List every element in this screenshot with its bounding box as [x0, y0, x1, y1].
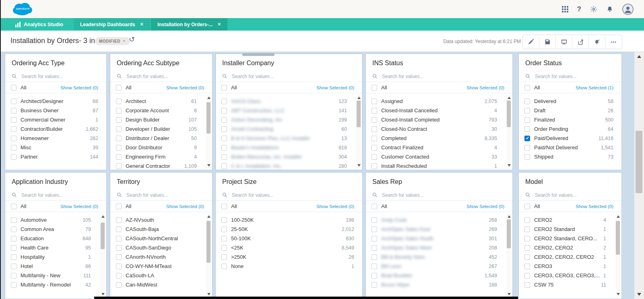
filter-value-row[interactable]: Paid/Not Delivered 1,541 [519, 143, 621, 152]
value-checkbox[interactable] [221, 136, 227, 141]
settings-gear-icon[interactable] [590, 6, 597, 13]
filter-value-row[interactable]: Multifamily - Remodel 42 [5, 280, 106, 289]
filter-value-row[interactable]: Baxter's Installations 818 [216, 143, 362, 152]
value-checkbox[interactable] [116, 217, 122, 223]
filter-value-row[interactable]: Hospitality 1 [5, 252, 106, 262]
filter-value-row[interactable]: 100-250K 198 [216, 215, 362, 225]
value-checkbox[interactable] [221, 227, 227, 232]
filter-value-row[interactable]: Customer Contacted 33 [366, 152, 512, 161]
value-checkbox[interactable] [221, 126, 227, 132]
filter-value-row[interactable]: Action Decorating, Inc 199 [216, 115, 362, 124]
value-checkbox[interactable] [372, 236, 377, 241]
search-input[interactable] [126, 192, 206, 198]
value-checkbox[interactable] [221, 217, 227, 223]
filter-value-row[interactable]: CaSouth-LA [110, 271, 212, 280]
value-checkbox[interactable] [116, 108, 122, 113]
filter-value-row[interactable]: Bruce Hilyer 188 [366, 280, 512, 289]
search-input[interactable] [231, 73, 356, 80]
show-selected-link[interactable]: Show Selected (1) [576, 85, 613, 90]
undo-button[interactable]: ↺ [129, 35, 135, 44]
scroll-up-arrow[interactable] [637, 55, 641, 58]
show-selected-link[interactable]: Show Selected (0) [166, 85, 204, 90]
filter-value-row[interactable]: Finalized 500 [519, 115, 621, 124]
scroll-thumb[interactable] [357, 101, 361, 127]
filter-value-row[interactable]: >250K 26 [216, 252, 362, 262]
scroll-up-arrow[interactable] [357, 97, 361, 99]
filter-value-row[interactable]: 25-50K 2,012 [216, 225, 362, 234]
filter-value-row[interactable]: ABT Construction, LLC 141 [216, 106, 362, 115]
value-checkbox[interactable] [524, 236, 530, 241]
select-all-checkbox[interactable] [11, 204, 17, 209]
app-launcher-icon[interactable] [562, 6, 568, 12]
filter-value-row[interactable]: CO-WY-NM-MTeast [110, 262, 212, 271]
filter-value-row[interactable]: CERO2 Standard 1 [519, 225, 621, 234]
filter-value-row[interactable]: CERO3, CERO3, CERO3,... 1 [519, 271, 621, 280]
filter-value-row[interactable]: Multifamily - New 111 [5, 271, 106, 280]
show-selected-link[interactable]: Show Selected (0) [60, 85, 98, 90]
panel-scrollbar[interactable] [100, 214, 105, 297]
filter-value-row[interactable]: Bill & Beverly Gere 452 [366, 252, 512, 262]
search-input[interactable] [534, 73, 615, 80]
show-selected-link[interactable]: Show Selected (0) [60, 204, 98, 209]
filter-value-row[interactable]: CERO2, CERO2 2 [519, 243, 621, 252]
value-checkbox[interactable] [372, 227, 377, 232]
value-checkbox[interactable] [372, 117, 377, 123]
filter-value-row[interactable]: ArchSpec Sales West 208 [366, 243, 512, 252]
scroll-thumb[interactable] [507, 101, 511, 127]
more-actions-button[interactable]: ••• [605, 35, 622, 49]
value-checkbox[interactable] [221, 254, 227, 260]
value-checkbox[interactable] [11, 217, 17, 223]
value-checkbox[interactable] [116, 236, 122, 241]
value-checkbox[interactable] [221, 236, 227, 241]
value-checkbox[interactable] [372, 254, 377, 260]
filter-value-row[interactable]: Brad Bucklen 1,549 [366, 271, 512, 280]
value-checkbox[interactable] [11, 254, 17, 260]
filter-value-row[interactable]: CASouth-SanDiego [110, 243, 212, 252]
value-checkbox[interactable] [11, 117, 17, 123]
close-tab-icon[interactable]: ✕ [217, 22, 221, 27]
scroll-up-arrow[interactable] [207, 97, 211, 99]
share-button[interactable] [572, 35, 589, 49]
value-checkbox[interactable] [116, 264, 122, 269]
filter-value-row[interactable]: CERO2, CERO2, CERO2 1 [519, 252, 621, 262]
value-checkbox[interactable] [524, 254, 530, 260]
filter-value-row[interactable]: Corporate Account 6 [110, 106, 212, 115]
filter-value-row[interactable]: Bill Leon 267 [366, 262, 512, 271]
scroll-down-arrow[interactable] [207, 293, 211, 295]
value-checkbox[interactable] [221, 108, 227, 113]
tab-leadership-dashboards[interactable]: Leadership Dashboards ✕ [74, 18, 150, 31]
scroll-down-arrow[interactable] [357, 164, 361, 167]
select-all-checkbox[interactable] [372, 85, 377, 91]
panel-scrollbar[interactable] [506, 95, 512, 168]
filter-value-row[interactable]: Automotive 105 [5, 215, 106, 225]
filter-value-row[interactable]: Door Distributor 9 [110, 143, 212, 152]
filter-value-row[interactable]: CERO2 Standard, CERO... 1 [519, 234, 621, 243]
subscribe-bell-button[interactable] [589, 35, 605, 49]
scroll-down-arrow[interactable] [207, 164, 211, 167]
filter-value-row[interactable]: Education 648 [5, 234, 106, 243]
value-checkbox[interactable] [524, 282, 530, 288]
filter-value-row[interactable]: Health Care 95 [5, 243, 106, 252]
value-checkbox[interactable] [11, 264, 17, 269]
filter-value-row[interactable]: Misc 39 [5, 143, 106, 152]
scroll-thumb[interactable] [636, 131, 642, 193]
filter-value-row[interactable]: Architect/Designer 68 [5, 97, 106, 106]
present-button[interactable] [556, 35, 572, 49]
value-checkbox[interactable] [372, 245, 377, 251]
filter-value-row[interactable]: Contractor/Builder 1,662 [5, 124, 106, 134]
value-checkbox[interactable] [524, 273, 530, 278]
filter-value-row[interactable]: Business Owner 87 [5, 106, 106, 115]
value-checkbox[interactable] [221, 245, 227, 251]
filter-value-row[interactable]: Homeowner 282 [5, 134, 106, 143]
filter-value-row[interactable]: Closed-Install Cancelled 4 [366, 106, 512, 115]
value-checkbox[interactable] [372, 136, 377, 141]
select-all-checkbox[interactable] [116, 204, 122, 209]
value-checkbox[interactable] [524, 126, 530, 132]
value-checkbox[interactable] [11, 273, 17, 278]
filter-value-row[interactable]: AZ-NVsouth [110, 215, 212, 225]
value-checkbox[interactable] [524, 108, 530, 113]
show-selected-link[interactable]: Show Selected (0) [166, 204, 204, 209]
close-tab-icon[interactable]: ✕ [140, 22, 144, 27]
notifications-bell-icon[interactable] [606, 6, 613, 13]
search-input[interactable] [126, 73, 206, 80]
